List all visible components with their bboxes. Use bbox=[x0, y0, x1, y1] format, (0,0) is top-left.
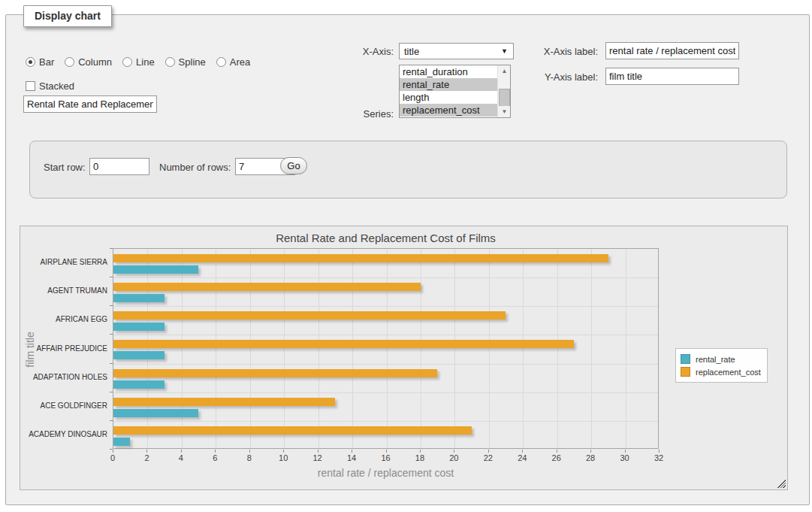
x-tick-label: 30 bbox=[614, 453, 636, 462]
x-tick-label: 0 bbox=[101, 453, 124, 462]
scrollbar-thumb[interactable] bbox=[499, 89, 510, 107]
gridline bbox=[147, 249, 148, 448]
x-tick-label: 10 bbox=[272, 453, 294, 462]
x-tick-label: 28 bbox=[579, 453, 602, 462]
y-tick bbox=[110, 334, 113, 335]
bar-rental_rate bbox=[113, 380, 165, 389]
bar-replacement_cost bbox=[113, 311, 506, 320]
x-tick-label: 16 bbox=[375, 453, 397, 462]
x-tick-label: 4 bbox=[170, 453, 192, 462]
go-button[interactable]: Go bbox=[280, 157, 307, 174]
y-axis-label-input[interactable] bbox=[605, 68, 739, 85]
chart-title-input[interactable] bbox=[23, 95, 157, 113]
x-tick-label: 14 bbox=[340, 453, 363, 462]
legend-label: replacement_cost bbox=[696, 368, 761, 377]
radio-icon[interactable] bbox=[65, 57, 74, 67]
radio-icon[interactable] bbox=[122, 57, 132, 67]
gridline bbox=[454, 249, 455, 448]
radio-label: Column bbox=[78, 56, 112, 68]
category-label: AFRICAN EGG bbox=[20, 315, 107, 323]
x-axis-select-label: X-Axis: bbox=[337, 46, 394, 57]
series-option-length[interactable]: length bbox=[400, 91, 497, 104]
bar-replacement_cost bbox=[113, 283, 421, 291]
category-label: ADAPTATION HOLES bbox=[20, 373, 107, 381]
gridline bbox=[523, 249, 524, 448]
start-row-input[interactable] bbox=[89, 158, 149, 175]
radio-icon[interactable] bbox=[216, 57, 226, 67]
legend-entry: rental_rate bbox=[681, 353, 761, 365]
chart-type-option-column[interactable]: Column bbox=[65, 56, 112, 68]
chart-type-option-bar[interactable]: Bar bbox=[26, 56, 54, 68]
x-tick bbox=[557, 450, 557, 453]
y-tick bbox=[110, 449, 113, 450]
legend-swatch-icon bbox=[681, 354, 690, 364]
radio-icon[interactable] bbox=[26, 57, 35, 67]
legend-label: rental_rate bbox=[696, 355, 735, 364]
chart-plot-area bbox=[113, 248, 659, 449]
series-listbox[interactable]: rental_durationrental_ratelengthreplacem… bbox=[399, 65, 511, 118]
radio-icon[interactable] bbox=[165, 57, 175, 67]
stacked-checkbox[interactable] bbox=[26, 81, 35, 91]
x-axis-label-input[interactable] bbox=[605, 42, 739, 59]
chart-type-option-area[interactable]: Area bbox=[216, 56, 250, 68]
chart-container: Rental Rate and Replacement Cost of Film… bbox=[20, 226, 788, 490]
gridline bbox=[216, 249, 216, 448]
stacked-label: Stacked bbox=[39, 80, 74, 92]
stacked-option: Stacked bbox=[26, 80, 80, 92]
x-tick bbox=[659, 450, 660, 453]
gridline bbox=[557, 249, 558, 448]
resize-grip-icon[interactable] bbox=[777, 480, 786, 488]
x-tick bbox=[625, 450, 626, 453]
x-tick bbox=[318, 450, 318, 453]
gridline bbox=[318, 249, 319, 448]
x-tick-label: 12 bbox=[306, 453, 329, 462]
series-option-rental_duration[interactable]: rental_duration bbox=[400, 65, 497, 78]
series-option-rental_rate[interactable]: rental_rate bbox=[400, 78, 497, 91]
x-tick bbox=[590, 450, 591, 453]
category-label: ACADEMY DINOSAUR bbox=[20, 430, 107, 438]
bar-rental_rate bbox=[113, 438, 130, 446]
gridline bbox=[182, 249, 183, 448]
bar-rental_rate bbox=[113, 409, 198, 417]
start-row-label: Start row: bbox=[44, 162, 86, 173]
scroll-up-icon[interactable]: ▲ bbox=[498, 65, 511, 77]
radio-label: Line bbox=[136, 56, 155, 68]
x-tick bbox=[249, 450, 250, 453]
radio-label: Spline bbox=[179, 56, 206, 68]
bar-rental_rate bbox=[113, 265, 198, 274]
gridline bbox=[284, 249, 285, 448]
x-tick bbox=[146, 450, 147, 453]
gridline bbox=[591, 249, 592, 448]
scroll-down-icon[interactable]: ▼ bbox=[498, 106, 511, 117]
row-range-panel: Start row: Number of rows: Go bbox=[29, 141, 787, 198]
x-tick-label: 20 bbox=[442, 453, 465, 462]
gridline bbox=[352, 249, 353, 448]
legend-swatch-icon bbox=[681, 367, 690, 377]
x-tick bbox=[454, 450, 454, 453]
bar-rental_rate bbox=[113, 294, 165, 302]
category-label: AGENT TRUMAN bbox=[20, 286, 107, 295]
y-tick bbox=[110, 248, 113, 249]
y-axis-label-label: Y-Axis label: bbox=[532, 71, 598, 83]
x-tick-label: 26 bbox=[545, 453, 568, 462]
gridline bbox=[421, 249, 421, 448]
listbox-scrollbar[interactable]: ▲ ▼ bbox=[497, 65, 510, 117]
chart-type-option-line[interactable]: Line bbox=[122, 56, 155, 68]
x-tick bbox=[181, 450, 182, 453]
bar-replacement_cost bbox=[113, 369, 437, 377]
chart-x-axis-title: rental rate / replacement cost bbox=[113, 467, 659, 479]
y-tick bbox=[110, 363, 113, 364]
category-label: AFFAIR PREJUDICE bbox=[20, 344, 107, 353]
x-tick-label: 22 bbox=[477, 453, 500, 462]
category-label: AIRPLANE SIERRA bbox=[20, 258, 107, 266]
x-tick-label: 24 bbox=[511, 453, 533, 462]
x-axis-select-value: title bbox=[404, 46, 419, 57]
x-axis-select[interactable]: title ▼ bbox=[399, 43, 514, 59]
y-tick bbox=[110, 277, 113, 277]
bar-replacement_cost bbox=[113, 398, 335, 406]
bar-replacement_cost bbox=[113, 426, 472, 435]
gridline bbox=[489, 249, 490, 448]
chart-title: Rental Rate and Replacement Cost of Film… bbox=[113, 232, 659, 244]
series-option-replacement_cost[interactable]: replacement_cost bbox=[400, 104, 497, 117]
chart-type-option-spline[interactable]: Spline bbox=[165, 56, 206, 68]
